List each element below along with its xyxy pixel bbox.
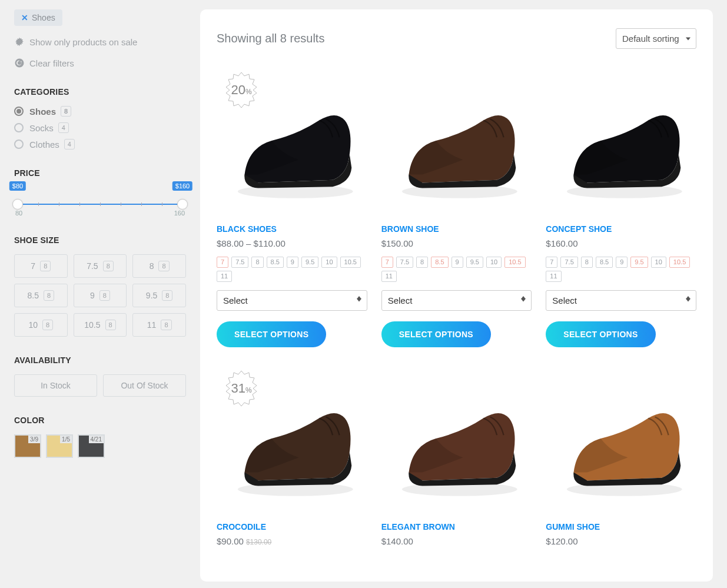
product-title[interactable]: BROWN SHOE — [381, 224, 532, 234]
size-tag[interactable]: 9.5 — [301, 257, 318, 268]
size-count: 8 — [105, 320, 116, 330]
sale-link-label: Show only products on sale — [29, 37, 137, 47]
size-filter-cell[interactable]: 11 8 — [132, 313, 186, 337]
category-item[interactable]: Shoes 8 — [14, 106, 186, 117]
size-tag[interactable]: 9 — [452, 257, 463, 268]
size-tag[interactable]: 9 — [287, 257, 298, 268]
select-options-button[interactable]: SELECT OPTIONS — [217, 321, 326, 347]
size-filter-cell[interactable]: 9.5 8 — [132, 284, 186, 307]
size-tag[interactable]: 10 — [486, 257, 502, 268]
product-card: GUMMI SHOE $120.00 — [546, 364, 696, 547]
product-card: BROWN SHOE $150.00 77.588.599.51010.511S… — [381, 65, 532, 347]
size-label: 10 — [28, 320, 38, 330]
product-image-box[interactable]: 20% — [217, 65, 367, 216]
product-title[interactable]: ELEGANT BROWN — [381, 522, 532, 531]
size-tag[interactable]: 10 — [651, 257, 666, 268]
size-tag[interactable]: 7 — [217, 257, 228, 268]
size-tag[interactable]: 10 — [321, 257, 337, 268]
color-count: 1/5 — [60, 436, 72, 443]
size-tag[interactable]: 9.5 — [466, 257, 483, 268]
close-icon: ✕ — [21, 13, 28, 22]
size-tag[interactable]: 7.5 — [231, 257, 248, 268]
size-tag[interactable]: 11 — [546, 271, 561, 282]
size-count: 8 — [44, 290, 54, 301]
product-card: CONCEPT SHOE $160.00 77.588.599.51010.51… — [546, 65, 696, 347]
results-count: Showing all 8 results — [217, 32, 324, 45]
color-filter-row: 3/91/54/21 — [14, 434, 186, 458]
size-tag[interactable]: 9 — [616, 257, 628, 268]
select-options-button[interactable]: SELECT OPTIONS — [381, 321, 491, 347]
color-swatch[interactable]: 4/21 — [78, 434, 105, 458]
radio-icon — [14, 107, 24, 116]
size-tag[interactable]: 10.5 — [669, 257, 690, 268]
category-count: 8 — [61, 106, 71, 117]
size-tag[interactable]: 8.5 — [431, 257, 448, 268]
product-image-box[interactable] — [546, 364, 696, 514]
product-image-box[interactable] — [381, 364, 532, 514]
discount-badge: 20% — [223, 71, 260, 109]
size-label: 7 — [31, 261, 35, 271]
variant-select[interactable]: Select — [546, 290, 696, 311]
size-tag[interactable]: 9.5 — [630, 257, 648, 268]
product-title[interactable]: GUMMI SHOE — [546, 522, 696, 531]
size-tag[interactable]: 7 — [381, 257, 393, 268]
categories-list: Shoes 8 Socks 4 Clothes 4 — [14, 106, 186, 150]
size-label: 11 — [147, 320, 157, 330]
product-image-box[interactable]: 31% — [217, 364, 367, 514]
size-tag[interactable]: 7.5 — [396, 257, 413, 268]
product-title[interactable]: BLACK SHOES — [217, 224, 367, 234]
product-card: ELEGANT BROWN $140.00 — [381, 364, 532, 547]
out-of-stock-button[interactable]: Out Of Stock — [103, 374, 186, 397]
size-filter-cell[interactable]: 8.5 8 — [14, 284, 68, 307]
size-tag[interactable]: 8 — [251, 257, 263, 268]
size-tag[interactable]: 8.5 — [267, 257, 284, 268]
size-tag[interactable]: 10.5 — [504, 257, 525, 268]
slider-handle-min[interactable] — [12, 199, 23, 210]
in-stock-button[interactable]: In Stock — [14, 374, 97, 397]
product-old-price: $130.00 — [246, 538, 271, 546]
size-tag[interactable]: 10.5 — [340, 257, 361, 268]
variant-select[interactable]: Select — [217, 290, 367, 311]
slider-handle-max[interactable] — [177, 199, 188, 210]
product-title[interactable]: CROCODILE — [217, 522, 367, 531]
size-tag[interactable]: 11 — [381, 271, 397, 282]
category-label: Clothes — [29, 139, 59, 150]
clear-filters-link[interactable]: Clear filters — [14, 58, 186, 68]
category-item[interactable]: Socks 4 — [14, 122, 186, 133]
select-options-button[interactable]: SELECT OPTIONS — [546, 321, 655, 347]
category-count: 4 — [64, 139, 75, 150]
variant-select[interactable]: Select — [381, 290, 532, 311]
category-item[interactable]: Clothes 4 — [14, 139, 186, 150]
size-tag[interactable]: 8.5 — [596, 257, 613, 268]
size-tag[interactable]: 7.5 — [560, 257, 577, 268]
size-count: 8 — [99, 290, 110, 301]
size-tag[interactable]: 11 — [217, 271, 232, 282]
product-card: 20% BLACK SHOES $88.00 – $110.00 77.588.… — [217, 65, 367, 347]
sort-select[interactable]: Default sorting — [616, 28, 696, 49]
starburst-icon — [14, 36, 25, 47]
size-tag[interactable]: 7 — [546, 257, 557, 268]
size-filter-cell[interactable]: 7 8 — [14, 254, 68, 278]
size-tag[interactable]: 8 — [416, 257, 428, 268]
size-filter-cell[interactable]: 10.5 8 — [74, 313, 127, 337]
size-count: 8 — [40, 261, 51, 271]
radio-icon — [14, 123, 24, 132]
active-filter-chip[interactable]: ✕ Shoes — [14, 9, 62, 26]
svg-point-0 — [15, 59, 24, 68]
product-title[interactable]: CONCEPT SHOE — [546, 224, 696, 234]
product-image-box[interactable] — [381, 65, 532, 216]
show-sale-link[interactable]: Show only products on sale — [14, 36, 186, 47]
price-slider[interactable]: $80 $160 80 160 — [14, 190, 186, 217]
size-count: 8 — [161, 320, 171, 330]
size-filter-cell[interactable]: 9 8 — [74, 284, 127, 307]
color-swatch[interactable]: 1/5 — [46, 434, 73, 458]
product-image-box[interactable] — [546, 65, 696, 216]
size-label: 8 — [150, 261, 154, 271]
color-swatch[interactable]: 3/9 — [14, 434, 41, 458]
size-filter-cell[interactable]: 8 8 — [132, 254, 186, 278]
size-filter-cell[interactable]: 10 8 — [14, 313, 68, 337]
category-count: 4 — [58, 122, 69, 133]
size-filter-cell[interactable]: 7.5 8 — [74, 254, 127, 278]
product-listing: Showing all 8 results Default sorting 20… — [200, 9, 713, 582]
size-tag[interactable]: 8 — [581, 257, 593, 268]
